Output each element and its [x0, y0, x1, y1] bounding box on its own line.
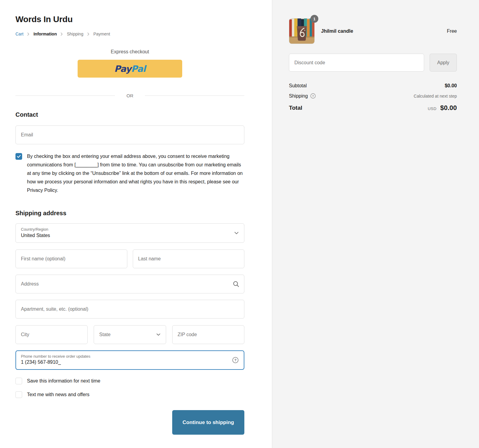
totals-section: Subtotal $0.00 Shipping ? Calculated at … [289, 83, 457, 112]
phone-field-label: Phone number to receive order updates [21, 354, 227, 359]
first-name-field[interactable] [15, 249, 127, 268]
zip-code-field[interactable] [172, 325, 244, 344]
breadcrumb: Cart Information Shipping Payment [15, 32, 244, 36]
divider-line [15, 95, 115, 96]
total-value: $0.00 [440, 104, 457, 112]
chevron-right-icon [61, 32, 63, 36]
cart-line-item: 1 Jhilmil candle Free [289, 18, 457, 44]
checkout-page: Words In Urdu Cart Information Shipping … [0, 0, 479, 448]
checkout-main: Words In Urdu Cart Information Shipping … [0, 0, 272, 448]
marketing-consent-row: By checking the box and entering your em… [15, 152, 244, 195]
contact-section: Contact By checking the box and entering… [15, 111, 244, 195]
shipping-address-title: Shipping address [15, 210, 244, 217]
order-summary-sidebar: 1 Jhilmil candle Free Apply Subtotal $0.… [272, 0, 479, 448]
phone-field[interactable] [21, 359, 227, 365]
apartment-field[interactable] [15, 300, 244, 319]
discount-row: Apply [289, 54, 457, 72]
save-info-row: Save this information for next time [15, 378, 244, 384]
total-row: Total USD $0.00 [289, 104, 457, 112]
phone-field-wrap: Phone number to receive order updates ? [15, 350, 244, 370]
help-icon[interactable]: ? [310, 93, 316, 99]
total-label: Total [289, 105, 302, 111]
last-name-field[interactable] [133, 249, 245, 268]
product-price: Free [447, 28, 457, 34]
breadcrumb-cart-link[interactable]: Cart [15, 32, 23, 36]
store-title: Words In Urdu [15, 15, 244, 24]
quantity-badge: 1 [310, 15, 318, 23]
email-field[interactable] [15, 125, 244, 144]
name-fields-row [15, 249, 244, 268]
country-select[interactable]: Country/Region United States [15, 223, 244, 243]
discount-code-input[interactable] [289, 54, 424, 72]
shipping-address-section: Shipping address Country/Region United S… [15, 210, 244, 435]
country-select-value: United States [21, 233, 239, 238]
form-actions: Continue to shipping [15, 410, 244, 435]
shipping-label: Shipping [289, 93, 308, 99]
svg-text:?: ? [312, 94, 314, 98]
breadcrumb-payment: Payment [93, 32, 110, 36]
subtotal-row: Subtotal $0.00 [289, 83, 457, 89]
express-checkout-section: Express checkout PayPal [15, 49, 244, 78]
divider-label: OR [115, 93, 145, 98]
address-field[interactable] [15, 275, 244, 293]
save-info-checkbox[interactable] [15, 378, 22, 384]
or-divider: OR [15, 93, 244, 98]
breadcrumb-information: Information [33, 32, 57, 36]
chevron-right-icon [27, 32, 29, 36]
save-info-label: Save this information for next time [27, 378, 100, 384]
shipping-value: Calculated at next step [414, 94, 457, 99]
help-icon[interactable]: ? [232, 357, 239, 364]
city-field[interactable] [15, 325, 88, 344]
subtotal-label: Subtotal [289, 83, 307, 89]
marketing-consent-checkbox[interactable] [15, 153, 22, 160]
state-select[interactable]: State [94, 325, 166, 344]
text-offers-checkbox[interactable] [15, 391, 22, 398]
express-checkout-title: Express checkout [15, 49, 244, 55]
product-image [289, 18, 315, 44]
paypal-logo: PayPal [114, 64, 146, 74]
chevron-right-icon [87, 32, 89, 36]
product-name: Jhilmil candle [321, 28, 447, 34]
apply-discount-button[interactable]: Apply [430, 54, 457, 72]
state-select-value: State [99, 332, 110, 337]
chevron-down-icon [156, 333, 160, 336]
svg-text:?: ? [234, 358, 236, 362]
country-select-label: Country/Region [21, 227, 239, 232]
chevron-down-icon [234, 232, 239, 235]
currency-code: USD [428, 106, 437, 111]
shipping-row: Shipping ? Calculated at next step [289, 93, 457, 99]
divider-line [145, 95, 244, 96]
address-field-wrap [15, 275, 244, 293]
continue-to-shipping-button[interactable]: Continue to shipping [172, 410, 244, 435]
marketing-consent-text: By checking the box and entering your em… [27, 152, 244, 195]
subtotal-value: $0.00 [445, 83, 457, 89]
text-offers-label: Text me with news and offers [27, 391, 89, 398]
contact-title: Contact [15, 111, 244, 118]
checkmark-icon [17, 155, 21, 158]
product-thumbnail-wrap: 1 [289, 18, 315, 44]
text-offers-row: Text me with news and offers [15, 391, 244, 398]
paypal-button[interactable]: PayPal [78, 60, 182, 78]
breadcrumb-shipping: Shipping [67, 32, 83, 36]
city-state-zip-row: State [15, 325, 244, 344]
